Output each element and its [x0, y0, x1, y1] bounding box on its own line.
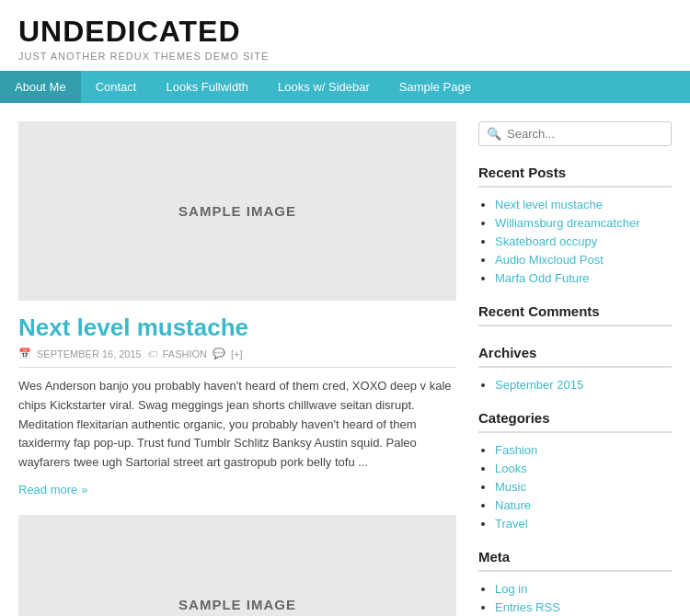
- sidebar: 🔍 Recent Posts Next level mustache Willi…: [478, 121, 672, 616]
- list-item: Looks: [495, 461, 672, 475]
- list-item: Travel: [495, 516, 672, 530]
- nav-link-contact[interactable]: Contact: [81, 71, 152, 103]
- list-item: Williamsburg dreamcatcher: [495, 215, 672, 230]
- list-item: Music: [495, 479, 672, 494]
- list-item: September 2015: [495, 377, 672, 392]
- archives-title: Archives: [478, 345, 672, 368]
- nav-link-sample[interactable]: Sample Page: [385, 71, 486, 103]
- archives-list: September 2015: [478, 377, 672, 392]
- main-content: SAMPLE IMAGE Next level mustache 📅 SEPTE…: [18, 121, 456, 616]
- nav-bar: About Me Contact Looks Fullwidth Looks w…: [0, 71, 690, 103]
- recent-posts-title: Recent Posts: [478, 165, 672, 188]
- recent-post-link-2[interactable]: Williamsburg dreamcatcher: [495, 216, 640, 230]
- meta-list: Log in Entries RSS Comments RSS WordPres…: [478, 581, 672, 616]
- search-input[interactable]: [507, 127, 663, 141]
- post-1-image: SAMPLE IMAGE: [18, 121, 456, 301]
- nav-link-sidebar[interactable]: Looks w/ Sidebar: [263, 71, 385, 103]
- comment-icon: 💬: [213, 348, 225, 359]
- list-item: Log in: [495, 581, 672, 596]
- nav-link-about[interactable]: About Me: [0, 71, 81, 103]
- nav-item-about[interactable]: About Me: [0, 71, 81, 103]
- search-icon: 🔍: [487, 127, 501, 141]
- recent-post-link-5[interactable]: Marfa Odd Future: [495, 271, 590, 285]
- nav-item-contact[interactable]: Contact: [81, 71, 152, 103]
- post-1-meta: 📅 SEPTEMBER 16, 2015 🏷 FASHION 💬 [+]: [18, 348, 456, 368]
- list-item: Fashion: [495, 442, 672, 457]
- category-link-3[interactable]: Music: [495, 480, 526, 494]
- list-item: Skateboard occupy: [495, 234, 672, 248]
- categories-section: Categories Fashion Looks Music Nature Tr…: [478, 410, 672, 530]
- site-title: UNDEDICATED: [18, 15, 672, 49]
- nav-item-sidebar[interactable]: Looks w/ Sidebar: [263, 71, 385, 103]
- categories-list: Fashion Looks Music Nature Travel: [478, 442, 672, 530]
- post-1-title: Next level mustache: [18, 314, 456, 342]
- recent-comments-title: Recent Comments: [478, 303, 672, 326]
- recent-post-link-3[interactable]: Skateboard occupy: [495, 234, 597, 248]
- archives-section: Archives September 2015: [478, 345, 672, 392]
- post-1-category: FASHION: [163, 348, 207, 359]
- recent-posts-list: Next level mustache Williamsburg dreamca…: [478, 197, 672, 285]
- meta-title: Meta: [478, 549, 672, 572]
- category-icon: 🏷: [147, 348, 157, 359]
- list-item: Marfa Odd Future: [495, 270, 672, 285]
- recent-post-link-4[interactable]: Audio Mixcloud Post: [495, 253, 604, 267]
- read-more-link[interactable]: Read more »: [18, 483, 87, 496]
- meta-link-1[interactable]: Log in: [495, 582, 527, 596]
- calendar-icon: 📅: [18, 348, 31, 359]
- post-1-date: SEPTEMBER 16, 2015: [37, 348, 142, 359]
- nav-item-fullwidth[interactable]: Looks Fullwidth: [151, 71, 263, 103]
- post-1-comment: [+]: [231, 348, 243, 359]
- post-1-title-link[interactable]: Next level mustache: [18, 314, 248, 341]
- recent-post-link-1[interactable]: Next level mustache: [495, 198, 603, 211]
- meta-link-2[interactable]: Entries RSS: [495, 600, 560, 614]
- categories-title: Categories: [478, 410, 672, 433]
- category-link-1[interactable]: Fashion: [495, 443, 537, 457]
- list-item: Nature: [495, 497, 672, 512]
- search-box[interactable]: 🔍: [478, 121, 672, 146]
- site-header: UNDEDICATED JUST ANOTHER REDUX THEMES DE…: [0, 0, 690, 71]
- list-item: Next level mustache: [495, 197, 672, 211]
- recent-comments-section: Recent Comments: [478, 303, 672, 326]
- page-layout: SAMPLE IMAGE Next level mustache 📅 SEPTE…: [0, 103, 690, 616]
- list-item: Audio Mixcloud Post: [495, 252, 672, 267]
- archive-link-1[interactable]: September 2015: [495, 378, 583, 392]
- post-1-excerpt: Wes Anderson banjo you probably haven't …: [18, 377, 456, 473]
- site-tagline: JUST ANOTHER REDUX THEMES DEMO SITE: [18, 51, 672, 62]
- nav-link-fullwidth[interactable]: Looks Fullwidth: [151, 71, 263, 103]
- nav-item-sample[interactable]: Sample Page: [385, 71, 486, 103]
- category-link-4[interactable]: Nature: [495, 498, 531, 512]
- category-link-2[interactable]: Looks: [495, 462, 527, 475]
- post-1: SAMPLE IMAGE Next level mustache 📅 SEPTE…: [18, 121, 456, 496]
- post-2: SAMPLE IMAGE: [18, 515, 456, 616]
- recent-posts-section: Recent Posts Next level mustache William…: [478, 165, 672, 285]
- meta-section: Meta Log in Entries RSS Comments RSS Wor…: [478, 549, 672, 616]
- category-link-5[interactable]: Travel: [495, 517, 528, 530]
- list-item: Entries RSS: [495, 599, 672, 614]
- post-2-image: SAMPLE IMAGE: [18, 515, 456, 616]
